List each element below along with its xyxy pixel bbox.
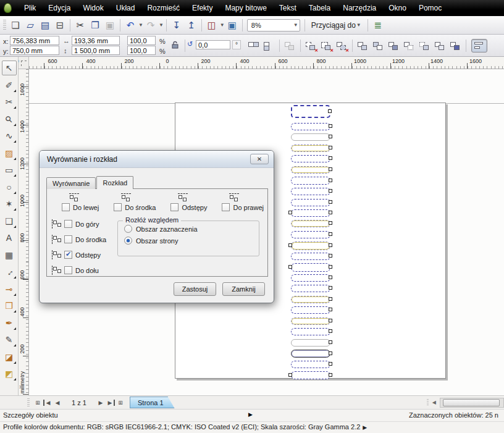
scale-x-field[interactable] bbox=[127, 36, 156, 45]
copy-icon[interactable]: ❐ bbox=[88, 19, 102, 32]
chevron-down-icon[interactable]: ▼ bbox=[138, 22, 143, 28]
checkbox[interactable] bbox=[170, 203, 178, 211]
selection-node[interactable] bbox=[329, 329, 332, 333]
drawing-shape[interactable] bbox=[291, 371, 330, 379]
selection-node[interactable] bbox=[329, 340, 332, 344]
tab-wyrównanie[interactable]: Wyrównanie bbox=[46, 177, 96, 189]
tab-rozkład[interactable]: Rozkład bbox=[96, 176, 133, 189]
add-page-icon[interactable]: ⊞ bbox=[115, 398, 126, 408]
distribute-option-do-środka[interactable]: Do środka bbox=[64, 235, 106, 243]
distribute-option-do-lewej[interactable]: Do lewej bbox=[62, 203, 99, 211]
selection-node[interactable] bbox=[329, 200, 332, 204]
next-page-icon[interactable]: ▶ bbox=[95, 398, 106, 408]
weld-icon[interactable] bbox=[358, 41, 368, 51]
lock-ratio-icon[interactable] bbox=[171, 41, 179, 51]
chevron-down-icon[interactable]: ▼ bbox=[356, 22, 361, 28]
drawing-shape[interactable] bbox=[291, 263, 330, 272]
intersect-icon[interactable] bbox=[388, 41, 399, 51]
selection-node[interactable] bbox=[329, 308, 332, 311]
selection-node[interactable] bbox=[329, 362, 332, 366]
menu-widok[interactable]: Widok bbox=[77, 1, 109, 15]
combine-icon[interactable] bbox=[285, 41, 295, 51]
selection-node[interactable] bbox=[329, 179, 332, 182]
drawing-shape[interactable] bbox=[291, 339, 330, 347]
y-position-field[interactable] bbox=[10, 46, 59, 55]
dialog-title-bar[interactable]: Wyrównanie i rozkład bbox=[40, 151, 274, 168]
chevron-down-icon[interactable]: ▼ bbox=[220, 22, 225, 28]
selection-node[interactable] bbox=[288, 265, 292, 269]
profiles-expander-icon[interactable]: ▶ bbox=[363, 424, 367, 431]
scrollbar-thumb[interactable] bbox=[443, 399, 500, 406]
drawing-shape[interactable] bbox=[291, 155, 330, 162]
checkbox[interactable] bbox=[62, 203, 70, 211]
shape-tool[interactable]: ✐ bbox=[2, 78, 17, 93]
checkbox[interactable] bbox=[222, 203, 230, 211]
chevron-down-icon[interactable]: ▼ bbox=[293, 22, 298, 28]
menu-efekty[interactable]: Efekty bbox=[186, 1, 219, 15]
drawing-shape[interactable] bbox=[291, 306, 330, 314]
radio-obszar-strony[interactable]: Obszar strony bbox=[124, 237, 259, 245]
selection-node[interactable] bbox=[328, 109, 332, 113]
selection-node[interactable] bbox=[329, 211, 332, 214]
checkbox[interactable] bbox=[64, 235, 72, 243]
drawing-shape[interactable] bbox=[291, 145, 330, 152]
smart-fill-tool[interactable]: ▨ bbox=[2, 146, 17, 161]
drawing-shape[interactable] bbox=[291, 220, 330, 227]
interactive-fill-tool[interactable]: ◩ bbox=[2, 366, 17, 381]
drawing-shape[interactable] bbox=[291, 361, 330, 368]
drawing-shape[interactable] bbox=[291, 253, 330, 260]
rotation-angle-field[interactable] bbox=[196, 40, 230, 49]
redo-icon[interactable]: ↷ bbox=[144, 19, 158, 32]
vertical-ruler[interactable]: 1600140012001000800600400200milimetry bbox=[19, 69, 29, 395]
menu-edycja[interactable]: Edycja bbox=[42, 1, 77, 15]
back-minus-front-icon[interactable] bbox=[435, 41, 445, 51]
distribute-option-do-dołu[interactable]: Do dołu bbox=[64, 266, 99, 274]
mirror-vertical-icon[interactable] bbox=[264, 41, 274, 51]
undo-icon[interactable]: ↶ bbox=[124, 19, 137, 32]
rectangle-tool[interactable]: ▭ bbox=[2, 162, 17, 177]
radio-button[interactable] bbox=[124, 225, 132, 233]
drawing-shape[interactable] bbox=[291, 209, 330, 217]
menu-plik[interactable]: Plik bbox=[18, 1, 42, 15]
chevron-down-icon[interactable]: ▼ bbox=[159, 22, 164, 28]
close-icon[interactable]: ✕ bbox=[250, 154, 269, 164]
scale-y-field[interactable] bbox=[127, 46, 156, 55]
menu-tekst[interactable]: Tekst bbox=[273, 1, 303, 15]
checkbox[interactable] bbox=[64, 251, 72, 259]
fill-tool[interactable]: ◪ bbox=[2, 350, 17, 364]
menu-pomoc[interactable]: Pomoc bbox=[413, 1, 448, 15]
drawing-shape[interactable] bbox=[291, 123, 330, 130]
selection-node[interactable] bbox=[329, 265, 332, 269]
drawing-shape[interactable] bbox=[291, 166, 330, 174]
selection-node[interactable] bbox=[329, 286, 332, 290]
crop-tool[interactable]: ✂ bbox=[2, 95, 17, 109]
drawing-shape[interactable] bbox=[291, 177, 330, 185]
selection-node[interactable] bbox=[329, 297, 332, 301]
menu-rozmieść[interactable]: Rozmieść bbox=[141, 1, 186, 15]
selection-node[interactable] bbox=[329, 156, 332, 160]
snap-to-dropdown[interactable]: Przyciągaj do ▼ bbox=[308, 19, 365, 32]
distribute-option-odstępy[interactable]: Odstępy bbox=[170, 203, 207, 211]
object-height-field[interactable] bbox=[72, 46, 120, 55]
mirror-horizontal-icon[interactable] bbox=[248, 41, 259, 51]
scrollbar-grip[interactable] bbox=[427, 399, 429, 406]
outline-pen-tool[interactable]: ✎ bbox=[2, 332, 17, 347]
selection-node[interactable] bbox=[329, 373, 332, 377]
drawing-shape[interactable] bbox=[291, 285, 330, 292]
table-tool[interactable]: ▦ bbox=[2, 248, 17, 263]
close-button[interactable]: Zamknij bbox=[222, 282, 265, 296]
eyedropper-tool[interactable]: ✒ bbox=[2, 316, 17, 330]
app-icon[interactable] bbox=[4, 3, 12, 13]
selection-node[interactable] bbox=[329, 243, 332, 247]
add-page-icon[interactable]: ⊞ bbox=[32, 398, 43, 408]
drawing-shape[interactable] bbox=[291, 242, 330, 250]
distribute-option-odstępy[interactable]: Odstępy bbox=[64, 251, 101, 259]
horizontal-scrollbar[interactable] bbox=[440, 398, 504, 408]
selection-node[interactable] bbox=[329, 135, 332, 138]
drawing-shape[interactable] bbox=[291, 350, 330, 358]
checkbox[interactable] bbox=[114, 203, 122, 211]
drawing-shape[interactable] bbox=[291, 105, 330, 118]
zoom-tool[interactable]: ⚲ bbox=[2, 112, 17, 127]
radio-obszar-zaznaczenia[interactable]: Obszar zaznaczenia bbox=[124, 225, 259, 233]
remove-frame-icon[interactable] bbox=[337, 41, 347, 51]
